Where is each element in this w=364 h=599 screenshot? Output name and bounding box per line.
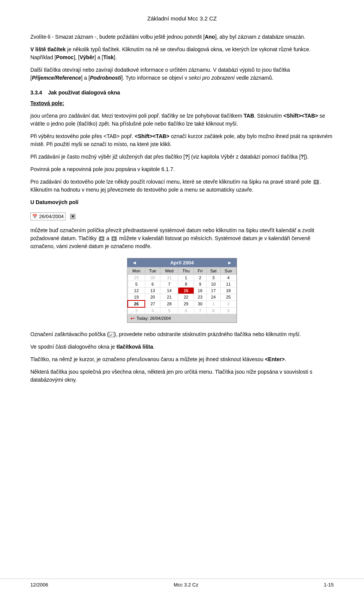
datumovych-poli-label: U Datumových polí xyxy=(30,198,334,206)
cal-day[interactable]: 13 xyxy=(145,288,160,294)
cal-day[interactable]: 8 xyxy=(206,307,220,314)
page-title: Základní modul Mcc 3.2 CZ xyxy=(30,15,334,22)
cal-day[interactable]: 23 xyxy=(194,294,206,301)
calendar[interactable]: ◄ April 2004 ► Mon Tue Wed Thu Fri Sat S… xyxy=(127,258,237,323)
cal-day[interactable]: 17 xyxy=(206,288,220,294)
calendar-row-5: 26 27 28 29 30 1 2 xyxy=(128,300,237,307)
cal-day[interactable]: 29 xyxy=(178,300,194,307)
day-fri: Fri xyxy=(194,267,206,275)
cal-day[interactable]: 4 xyxy=(145,307,160,314)
paragraph-12: Tlačítko, na němž je kurzor, je označeno… xyxy=(30,355,334,363)
paragraph-6: Při zadávání je často možný výběr již ul… xyxy=(30,153,334,161)
paragraph-1: Zvolíte-li - Smazat záznam -, budete pož… xyxy=(30,33,334,41)
calendar-widget: ◄ April 2004 ► Mon Tue Wed Thu Fri Sat S… xyxy=(30,258,334,323)
prev-month-arrow[interactable]: ◄ xyxy=(99,236,104,241)
cal-day[interactable]: 3 xyxy=(128,307,145,314)
cal-day[interactable]: 9 xyxy=(194,281,206,288)
cal-day[interactable]: 2 xyxy=(220,300,236,307)
day-tue: Tue xyxy=(145,267,160,275)
today-label: Today: 26/04/2004 xyxy=(136,316,171,321)
cal-day[interactable]: 16 xyxy=(194,288,206,294)
paragraph-11: Ve spodní části dialogového okna je tlač… xyxy=(30,343,334,351)
calendar-row-2: 5 6 7 8 9 10 11 xyxy=(128,281,237,288)
day-sun: Sun xyxy=(220,267,236,275)
calendar-row-1: 29 30 31 1 2 3 4 xyxy=(128,275,237,281)
cal-day[interactable]: 1 xyxy=(206,300,220,307)
day-thu: Thu xyxy=(178,267,194,275)
cal-day[interactable]: 21 xyxy=(160,294,178,301)
next-month-arrow[interactable]: ► xyxy=(111,236,117,241)
calendar-day-headers: Mon Tue Wed Thu Fri Sat Sun xyxy=(128,267,237,275)
textova-pole-label: Textová pole: xyxy=(30,99,334,107)
footer-left: 12/2006 xyxy=(30,582,48,588)
cal-day[interactable]: 1 xyxy=(178,275,194,281)
paragraph-2: V liště tlačítek je několik typů tlačíte… xyxy=(30,46,334,61)
cal-day[interactable]: 24 xyxy=(206,294,220,301)
paragraph-13: Některá tlačítka jsou společná pro všech… xyxy=(30,368,334,384)
cal-day[interactable]: 30 xyxy=(145,275,160,281)
day-mon: Mon xyxy=(128,267,145,275)
cal-day[interactable]: 31 xyxy=(160,275,178,281)
date-field-container: 📅 26/04/2004 ▼ xyxy=(30,212,334,220)
date-value: 26/04/2004 xyxy=(39,214,64,219)
cal-day[interactable]: 3 xyxy=(206,275,220,281)
cal-day[interactable]: 6 xyxy=(145,281,160,288)
today-icon: ↩ xyxy=(130,315,135,321)
cal-day[interactable]: 7 xyxy=(160,281,178,288)
cal-day[interactable]: 19 xyxy=(128,294,145,301)
paragraph-5: Při výběru textového pole přes <TAB> pop… xyxy=(30,132,334,148)
section-heading-334: 3.3.4 Jak používat dialogová okna xyxy=(30,90,334,96)
paragraph-4: jsou určena pro zadávání dat. Mezi texto… xyxy=(30,112,334,128)
cal-day[interactable]: 4 xyxy=(220,275,236,281)
calendar-row-3: 12 13 14 15 16 17 18 xyxy=(128,288,237,294)
day-sat: Sat xyxy=(206,267,220,275)
calendar-footer: ↩ Today: 26/04/2004 xyxy=(127,314,237,322)
cal-day[interactable]: 11 xyxy=(220,281,236,288)
cal-day[interactable]: 5 xyxy=(128,281,145,288)
calendar-row-6: 3 4 5 6 7 8 9 xyxy=(128,307,237,314)
cal-day[interactable]: 10 xyxy=(206,281,220,288)
page-footer: 12/2006 Mcc 3.2 Cz 1-15 xyxy=(0,579,364,588)
cal-day[interactable]: 22 xyxy=(178,294,194,301)
cal-day[interactable]: 5 xyxy=(160,307,178,314)
prev-month-button[interactable]: ◄ xyxy=(130,260,138,266)
paragraph-8: Pro zadávání do textového pole lze někdy… xyxy=(30,178,334,194)
cal-day[interactable]: 7 xyxy=(194,307,206,314)
date-dropdown-arrow[interactable]: ▼ xyxy=(70,214,75,219)
calendar-row-4: 19 20 21 22 23 24 25 xyxy=(128,294,237,301)
cal-day[interactable]: 25 xyxy=(220,294,236,301)
cal-day[interactable]: 8 xyxy=(178,281,194,288)
paragraph-10: Označení zaškrtávacího políčka (), prove… xyxy=(30,330,334,338)
cal-day[interactable]: 12 xyxy=(128,288,145,294)
cal-day[interactable]: 6 xyxy=(178,307,194,314)
day-wed: Wed xyxy=(160,267,178,275)
cal-day[interactable]: 30 xyxy=(194,300,206,307)
calendar-title: April 2004 xyxy=(170,260,194,266)
cal-day[interactable]: 14 xyxy=(160,288,178,294)
calendar-grid: Mon Tue Wed Thu Fri Sat Sun 29 30 31 1 xyxy=(127,267,237,314)
cal-day[interactable]: 9 xyxy=(220,307,236,314)
cal-day[interactable]: 29 xyxy=(128,275,145,281)
next-month-button[interactable]: ► xyxy=(226,260,234,266)
paragraph-3: Další tlačítka otevírají nebo zavírají d… xyxy=(30,66,334,82)
cal-day[interactable]: 18 xyxy=(220,288,236,294)
footer-right: 1-15 xyxy=(324,582,334,588)
cal-day[interactable]: 2 xyxy=(194,275,206,281)
paragraph-9: můžete buď označením políčka převzít pře… xyxy=(30,226,334,250)
cal-day[interactable]: 20 xyxy=(145,294,160,301)
calendar-header: ◄ April 2004 ► xyxy=(127,258,237,267)
page: Základní modul Mcc 3.2 CZ Zvolíte-li - S… xyxy=(0,0,364,599)
paragraph-7: Povinná pole a nepovinná pole jsou popsá… xyxy=(30,165,334,173)
footer-center: Mcc 3.2 Cz xyxy=(174,582,198,588)
date-input-field[interactable]: 📅 26/04/2004 xyxy=(30,212,66,220)
cal-day-selected[interactable]: 26 xyxy=(128,300,145,307)
calendar-small-icon: 📅 xyxy=(32,214,38,219)
dropdown-arrow-icon: ▼ xyxy=(314,180,319,184)
cal-day-today[interactable]: 15 xyxy=(178,288,194,294)
cal-day[interactable]: 27 xyxy=(145,300,160,307)
cal-day[interactable]: 28 xyxy=(160,300,178,307)
checkbox-icon xyxy=(109,332,114,337)
